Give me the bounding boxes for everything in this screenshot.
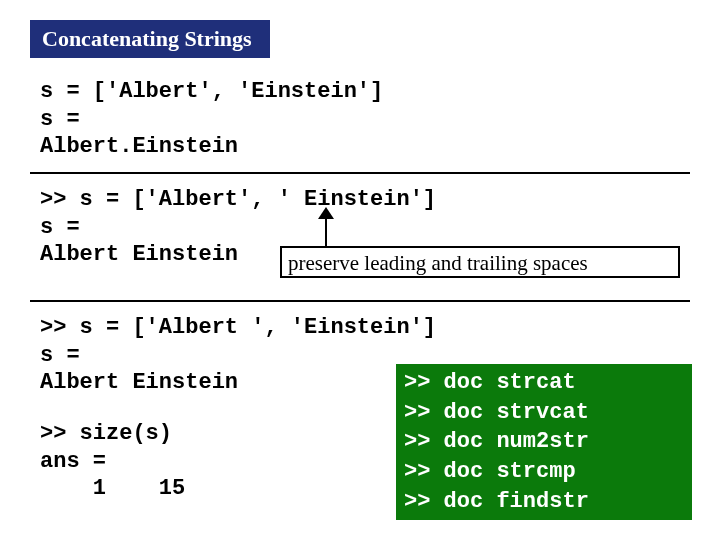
annotation-box: preserve leading and trailing spaces (280, 246, 680, 278)
doc-commands-box: >> doc strcat >> doc strvcat >> doc num2… (396, 364, 692, 520)
divider-2 (30, 300, 690, 302)
arrow-up-icon (316, 207, 336, 247)
code-block-4: >> size(s) ans = 1 15 (40, 420, 185, 503)
divider-1 (30, 172, 690, 174)
slide-title: Concatenating Strings (30, 20, 270, 58)
code-block-3: >> s = ['Albert ', 'Einstein'] s = Alber… (40, 314, 436, 397)
code-block-1: s = ['Albert', 'Einstein'] s = Albert.Ei… (40, 78, 383, 161)
